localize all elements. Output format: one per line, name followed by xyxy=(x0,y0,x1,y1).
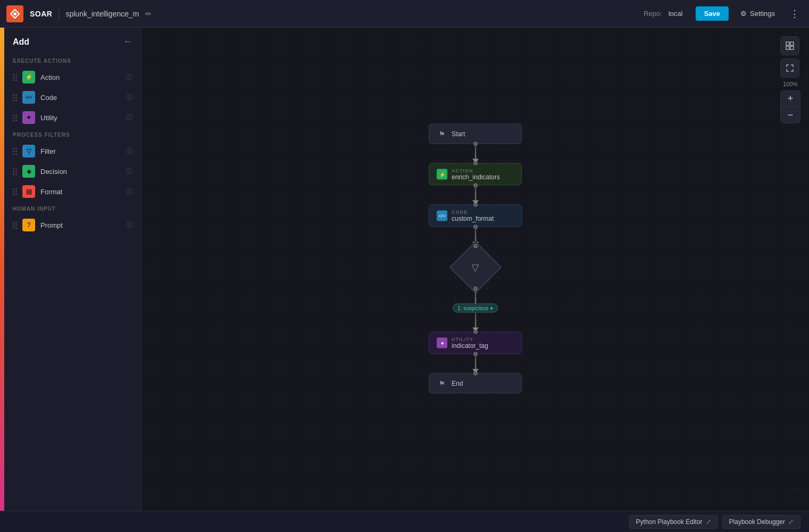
python-editor-button[interactable]: Python Playbook Editor ⤢ xyxy=(629,515,718,529)
drag-handle-format[interactable] xyxy=(13,188,17,195)
filter-info-icon[interactable]: ⓘ xyxy=(126,147,133,156)
repo-label: Repo: xyxy=(643,10,662,18)
badge-label: 1: suspicious xyxy=(458,305,489,311)
sidebar-item-code[interactable]: </> Code ⓘ xyxy=(4,87,141,107)
end-node-content: End xyxy=(452,380,514,387)
bottom-bar: Python Playbook Editor ⤢ Playbook Debugg… xyxy=(0,511,809,532)
sidebar-item-action[interactable]: ⚡ Action ⓘ xyxy=(4,67,141,87)
drag-handle-decision[interactable] xyxy=(13,168,17,175)
connector-2 xyxy=(472,186,478,205)
prompt-label: Prompt xyxy=(40,221,121,229)
drag-handle-code[interactable] xyxy=(13,94,17,101)
splunk-logo xyxy=(6,5,23,22)
soar-label: SOAR xyxy=(30,10,52,18)
action-node-top-connector xyxy=(473,161,477,165)
code-node-top-connector xyxy=(473,203,477,207)
utility-info-icon[interactable]: ⓘ xyxy=(126,113,133,122)
zoom-controls: + − xyxy=(780,90,800,123)
action-node-content: ACTION enrich_indicators xyxy=(452,168,514,181)
end-node-top-connector xyxy=(473,371,477,376)
start-node-label: Start xyxy=(452,130,514,138)
save-button[interactable]: Save xyxy=(696,6,729,21)
gear-icon: ⚙ xyxy=(740,10,747,18)
section-label-execute-actions: EXECUTE ACTIONS xyxy=(4,54,141,67)
drag-handle-action[interactable] xyxy=(13,74,17,81)
action-node[interactable]: ⚡ ACTION enrich_indicators xyxy=(429,163,522,186)
utility-node-name: indicator_tag xyxy=(452,342,514,350)
prompt-icon: ? xyxy=(22,219,35,231)
playbook-name: splunk_intelligence_m xyxy=(65,10,139,18)
end-flag-icon: ⚑ xyxy=(437,378,448,389)
sidebar-item-filter[interactable]: ▽ Filter ⓘ xyxy=(4,141,141,161)
start-flag-icon: ⚑ xyxy=(437,129,448,139)
utility-icon: ✦ xyxy=(22,111,35,124)
sidebar-item-decision[interactable]: ◈ Decision ⓘ xyxy=(4,161,141,181)
filter-bottom-connector xyxy=(473,287,477,291)
format-icon: ▤ xyxy=(22,185,35,198)
utility-node-icon: ✦ xyxy=(437,338,448,348)
sidebar-item-format[interactable]: ▤ Format ⓘ xyxy=(4,181,141,202)
action-icon: ⚡ xyxy=(22,71,35,84)
drag-handle-utility[interactable] xyxy=(13,114,17,121)
action-node-type: ACTION xyxy=(452,168,514,173)
decision-info-icon[interactable]: ⓘ xyxy=(126,167,133,176)
decision-label: Decision xyxy=(40,168,121,176)
action-info-icon[interactable]: ⓘ xyxy=(126,73,133,82)
svg-rect-2 xyxy=(790,42,794,45)
code-info-icon[interactable]: ⓘ xyxy=(126,93,133,102)
prompt-info-icon[interactable]: ⓘ xyxy=(126,221,133,230)
action-node-name: enrich_indicators xyxy=(452,173,514,181)
more-menu-button[interactable]: ⋮ xyxy=(787,8,803,20)
fit-to-screen-button[interactable] xyxy=(780,36,799,55)
connector-5 xyxy=(472,313,478,332)
zoom-level: 100% xyxy=(780,81,800,87)
settings-label: Settings xyxy=(750,10,775,18)
decision-icon: ◈ xyxy=(22,165,35,178)
utility-node-top-connector xyxy=(473,330,477,334)
divider xyxy=(59,7,59,20)
code-icon: </> xyxy=(22,91,35,104)
playbook-debugger-label: Playbook Debugger xyxy=(729,518,785,526)
flow-diagram: ⚑ Start ⚡ ACTION enrich_indicators xyxy=(429,124,522,394)
svg-point-0 xyxy=(13,12,16,15)
edit-icon[interactable]: ✏ xyxy=(145,10,152,18)
line-2 xyxy=(475,186,476,201)
zoom-out-button[interactable]: − xyxy=(781,107,800,123)
action-label: Action xyxy=(40,73,121,81)
back-button[interactable]: ← xyxy=(123,36,133,47)
end-node[interactable]: ⚑ End xyxy=(429,373,522,394)
fullscreen-button[interactable] xyxy=(780,59,799,78)
main-area: Add ← EXECUTE ACTIONS ⚡ Action ⓘ </> Cod… xyxy=(0,28,809,511)
code-node[interactable]: </> CODE custom_format xyxy=(429,205,522,227)
left-accent-strip xyxy=(0,28,4,511)
line-3 xyxy=(475,227,476,242)
drag-handle-filter[interactable] xyxy=(13,148,17,155)
svg-rect-4 xyxy=(790,46,794,49)
badge-chevron-icon: ▾ xyxy=(490,305,493,311)
canvas[interactable]: 100% + − ⚑ Start xyxy=(142,28,809,511)
line-4 xyxy=(475,289,476,304)
sidebar-header: Add ← xyxy=(4,28,141,54)
code-label: Code xyxy=(40,94,121,102)
repo-value: local xyxy=(668,10,683,18)
utility-node[interactable]: ✦ UTILITY indicator_tag xyxy=(429,332,522,354)
action-node-icon: ⚡ xyxy=(437,169,448,180)
code-node-type: CODE xyxy=(452,210,514,215)
playbook-debugger-button[interactable]: Playbook Debugger ⤢ xyxy=(722,515,800,529)
line-6 xyxy=(475,354,476,369)
svg-rect-1 xyxy=(786,42,789,45)
filter-diamond-node[interactable]: ▽ xyxy=(454,246,497,289)
filter-funnel-icon: ▽ xyxy=(472,262,479,273)
settings-button[interactable]: ⚙ Settings xyxy=(735,6,780,21)
filter-badge[interactable]: 1: suspicious ▾ xyxy=(453,304,498,313)
python-editor-label: Python Playbook Editor xyxy=(636,518,703,526)
zoom-in-button[interactable]: + xyxy=(781,91,800,107)
format-info-icon[interactable]: ⓘ xyxy=(126,187,133,196)
sidebar-item-prompt[interactable]: ? Prompt ⓘ xyxy=(4,215,141,235)
sidebar-item-utility[interactable]: ✦ Utility ⓘ xyxy=(4,107,141,128)
start-node[interactable]: ⚑ Start xyxy=(429,124,522,144)
debugger-expand-icon: ⤢ xyxy=(788,518,794,526)
filter-top-connector xyxy=(473,244,477,248)
section-label-human-input: HUMAN INPUT xyxy=(4,202,141,215)
drag-handle-prompt[interactable] xyxy=(13,222,17,229)
